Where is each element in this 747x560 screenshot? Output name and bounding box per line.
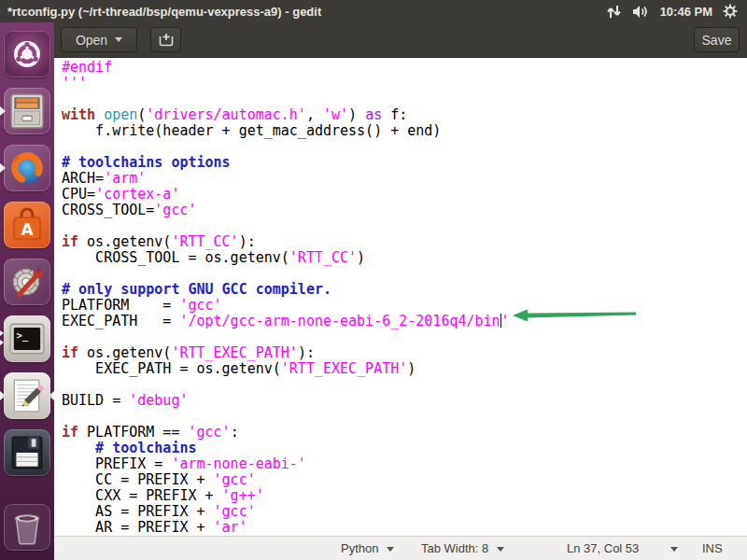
code-line[interactable]: f.write(header + get_mac_address() + end… [62,123,747,139]
gedit-toolbar: Open Save [54,22,747,58]
launcher-item-floppy-archive[interactable] [4,429,50,476]
code-line[interactable]: PLATFORM = 'gcc' [62,298,747,314]
indicator-area: 10:46 PM [606,4,747,19]
open-button[interactable]: Open [61,27,137,52]
gear-wrench-icon [7,262,47,301]
svg-text:A: A [21,220,34,239]
code-line[interactable]: with open('drivers/automac.h', 'w') as f… [62,107,747,123]
svg-text:>_: >_ [16,329,28,342]
chevron-down-icon [670,547,678,555]
code-line[interactable]: CPU='cortex-a' [62,187,747,203]
code-line[interactable] [62,377,747,393]
volume-icon[interactable] [632,5,650,19]
code-line[interactable] [62,91,747,107]
clock[interactable]: 10:46 PM [660,5,712,19]
code-line[interactable]: BUILD = 'debug' [62,393,747,409]
chevron-down-icon [387,547,394,555]
language-dropdown[interactable]: Python [341,537,394,560]
launcher-item-system-settings[interactable] [4,259,50,305]
code-line[interactable] [62,409,747,425]
code-line[interactable]: EXEC_PATH = '/opt/gcc-arm-none-eabi-6_2-… [62,314,747,329]
code-line[interactable]: # only support GNU GCC compiler. [62,282,747,298]
save-button[interactable]: Save [694,27,740,52]
code-line[interactable]: #endif [62,60,747,76]
code-line[interactable]: if os.getenv('RTT_EXEC_PATH'): [62,345,747,361]
code-line[interactable]: # toolchains options [62,155,747,171]
goto-line-dropdown[interactable] [670,537,678,560]
tab-width-label: Tab Width: 8 [421,541,488,555]
launcher-item-firefox[interactable] [4,145,50,191]
window-title: *rtconfig.py (~/rt-thread/bsp/qemu-vexpr… [7,5,321,19]
code-lines: #endif'''with open('drivers/automac.h', … [62,60,747,536]
firefox-icon [7,148,47,188]
session-gear-icon[interactable] [723,4,738,19]
launcher-item-ubuntu-software[interactable]: A [4,202,50,248]
code-line[interactable] [62,266,747,282]
network-arrows-icon[interactable] [606,5,622,19]
gedit-window: Open Save #endif'''with open('drivers/au… [54,22,747,560]
code-line[interactable] [62,139,747,155]
cursor-position[interactable]: Ln 37, Col 53 [567,537,639,560]
code-line[interactable]: EXEC_PATH = os.getenv('RTT_EXEC_PATH') [62,361,747,377]
code-line[interactable]: # toolchains [62,441,747,456]
code-line[interactable] [62,218,747,234]
code-line[interactable]: CXX = PREFIX + 'g++' [62,488,747,504]
language-label: Python [341,541,378,555]
code-line[interactable]: PREFIX = 'arm-none-eabi-' [62,456,747,472]
floppy-disk-icon [7,433,47,472]
new-document-button[interactable] [150,27,181,52]
top-bar: *rtconfig.py (~/rt-thread/bsp/qemu-vexpr… [0,0,747,22]
status-bar: Python Tab Width: 8 Ln 37, Col 53 INS [54,536,747,560]
code-line[interactable]: ARCH='arm' [62,171,747,187]
ubuntu-dash-icon [9,36,45,72]
code-line[interactable]: CC = PREFIX + 'gcc' [62,472,747,488]
launcher-item-gedit[interactable] [4,372,50,419]
text-area[interactable]: #endif'''with open('drivers/automac.h', … [54,59,747,536]
software-bag-icon: A [8,206,46,244]
desktop: { "top_bar": { "title": "*rtconfig.py (~… [0,0,747,560]
launcher-item-files[interactable] [4,88,50,134]
open-button-label: Open [76,33,107,48]
trash-icon [7,508,47,547]
chevron-down-icon [115,37,122,46]
insert-mode-label: INS [702,541,723,555]
code-line[interactable]: AS = PREFIX + 'gcc' [62,504,747,520]
code-line[interactable]: CROSS_TOOL = os.getenv('RTT_CC') [62,250,747,266]
chevron-down-icon [497,547,504,555]
code-line[interactable]: CROSS_TOOL='gcc' [62,203,747,218]
text-editor-icon [7,376,47,415]
tab-width-dropdown[interactable]: Tab Width: 8 [421,537,504,560]
terminal-icon: >_ [7,319,47,358]
file-cabinet-icon [7,91,47,131]
code-line[interactable] [62,329,747,345]
code-line[interactable]: ''' [62,76,747,91]
launcher-item-trash[interactable] [4,504,50,551]
code-line[interactable]: if os.getenv('RTT_CC'): [62,234,747,250]
save-button-label: Save [702,33,732,48]
insert-mode-indicator[interactable]: INS [702,537,723,560]
new-document-icon [159,33,174,47]
annotation-arrow [512,308,637,323]
cursor-position-label: Ln 37, Col 53 [567,541,639,555]
code-line[interactable]: AR = PREFIX + 'ar' [62,520,747,536]
launcher-item-terminal[interactable]: >_ [4,315,50,362]
unity-launcher: A >_ [0,22,54,560]
launcher-item-ubuntu-dash[interactable] [4,31,50,77]
code-line[interactable]: if PLATFORM == 'gcc': [62,425,747,441]
